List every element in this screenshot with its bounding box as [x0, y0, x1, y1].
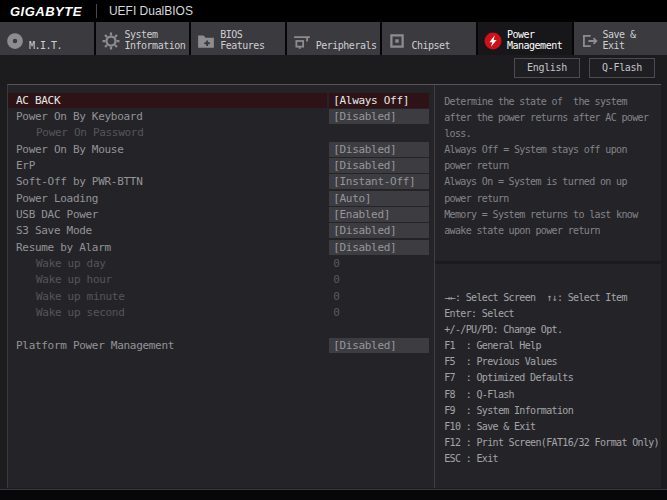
setting-label: Power Loading — [8, 191, 327, 206]
setting-value[interactable]: [Always Off] — [329, 93, 429, 108]
setting-row-s3-save-mode[interactable]: S3 Save Mode[Disabled] — [8, 223, 429, 239]
content-area: AC BACK[Always Off]Power On By Keyboard[… — [7, 84, 661, 488]
setting-label: Power On By Mouse — [8, 142, 327, 157]
tab-label: BIOS Features — [220, 29, 281, 51]
setting-row-resume-by-alarm[interactable]: Resume by Alarm[Disabled] — [8, 239, 429, 255]
keyhelp-line: F9 : System Information — [444, 403, 659, 419]
tab-power-management[interactable]: Power Management — [478, 22, 572, 55]
setting-label: Power On By Keyboard — [8, 109, 327, 124]
setting-value[interactable]: [Disabled] — [329, 142, 429, 157]
settings-panel: AC BACK[Always Off]Power On By Keyboard[… — [8, 85, 429, 488]
help-line: loss. — [444, 126, 657, 142]
setting-value[interactable]: [Disabled] — [329, 158, 429, 173]
title-bar: GIGABYTE UEFI DualBIOS — [0, 0, 667, 22]
help-line: Memory = System returns to last know — [444, 207, 657, 223]
bios-screen: GIGABYTE UEFI DualBIOS M.I.T.System Info… — [0, 0, 667, 500]
tab-label: Save & Exit — [603, 29, 664, 51]
keyhelp-line: F10 : Save & Exit — [444, 419, 659, 435]
setting-label: Platform Power Management — [8, 338, 327, 353]
keyhelp-line: ESC : Exit — [444, 451, 659, 467]
setting-value: 0 — [329, 289, 429, 304]
setting-row-wake-up-second: Wake up second0 — [8, 304, 429, 320]
setting-value: 0 — [329, 305, 429, 320]
keyhelp-line: F7 : Optimized Defaults — [444, 370, 659, 386]
power-icon — [484, 32, 502, 50]
setting-value[interactable]: [Disabled] — [329, 109, 429, 124]
setting-row-power-on-by-mouse[interactable]: Power On By Mouse[Disabled] — [8, 141, 429, 157]
tab-label: M.I.T. — [29, 40, 62, 51]
setting-label: S3 Save Mode — [8, 223, 327, 238]
setting-label: Wake up second — [8, 305, 327, 320]
keyhelp-line: F5 : Previous Values — [444, 354, 659, 370]
setting-value[interactable]: [Disabled] — [329, 223, 429, 238]
setting-label: Wake up day — [8, 256, 327, 271]
firmware-title: UEFI DualBIOS — [97, 4, 193, 18]
bottom-strip — [0, 489, 667, 500]
setting-label: Resume by Alarm — [8, 240, 327, 255]
help-line: awake state upon power return — [444, 223, 657, 239]
setting-value[interactable]: [Auto] — [329, 191, 429, 206]
key-help-panel: →←: Select Screen ↑↓: Select ItemEnter: … — [435, 264, 661, 488]
gigabyte-logo: GIGABYTE — [0, 4, 96, 19]
keyhelp-line: F12 : Print Screen(FAT16/32 Format Only) — [444, 435, 659, 451]
keyhelp-line: F1 : General Help — [444, 338, 659, 354]
item-help-panel: Determine the state of the systemafter t… — [435, 85, 661, 264]
tab-label: Power Management — [507, 29, 568, 51]
keyhelp-line: +/-/PU/PD: Change Opt. — [444, 322, 659, 338]
tab-label: Chipset — [411, 40, 450, 51]
setting-row-power-on-password: Power On Password — [8, 125, 429, 141]
chipset-icon — [388, 32, 406, 50]
setting-row-platform-power-management[interactable]: Platform Power Management[Disabled] — [8, 337, 429, 353]
setting-value[interactable]: [Disabled] — [329, 338, 429, 353]
help-line: after the power returns after AC power — [444, 110, 657, 126]
exit-icon — [580, 32, 598, 50]
keyhelp-line: F8 : Q-Flash — [444, 387, 659, 403]
side-panel: Determine the state of the systemafter t… — [434, 85, 661, 488]
language-button[interactable]: English — [514, 58, 580, 78]
tab-system-information[interactable]: System Information — [96, 22, 190, 55]
setting-value[interactable]: [Disabled] — [329, 240, 429, 255]
keyhelp-line: →←: Select Screen ↑↓: Select Item — [444, 290, 659, 306]
help-line: Determine the state of the system — [444, 94, 657, 110]
toolbar: English Q-Flash — [514, 58, 655, 78]
setting-row-wake-up-day: Wake up day0 — [8, 255, 429, 271]
setting-label: Wake up minute — [8, 289, 327, 304]
keyhelp-line: Enter: Select — [444, 306, 659, 322]
setting-row-wake-up-hour: Wake up hour0 — [8, 272, 429, 288]
help-line: power return — [444, 158, 657, 174]
qflash-button[interactable]: Q-Flash — [589, 58, 655, 78]
setting-row-usb-dac-power[interactable]: USB DAC Power[Enabled] — [8, 206, 429, 222]
setting-row-erp[interactable]: ErP[Disabled] — [8, 157, 429, 173]
setting-label: Power On Password — [8, 125, 429, 140]
setting-label: ErP — [8, 158, 327, 173]
setting-row-wake-up-minute: Wake up minute0 — [8, 288, 429, 304]
setting-row-power-on-by-keyboard[interactable]: Power On By Keyboard[Disabled] — [8, 108, 429, 124]
setting-label: AC BACK — [8, 93, 327, 108]
setting-row-soft-off-by-pwr-bttn[interactable]: Soft-Off by PWR-BTTN[Instant-Off] — [8, 174, 429, 190]
gear-icon — [102, 32, 120, 50]
disc-icon — [6, 32, 24, 50]
tab-chipset[interactable]: Chipset — [382, 22, 476, 55]
setting-label: Soft-Off by PWR-BTTN — [8, 174, 327, 189]
setting-row-ac-back[interactable]: AC BACK[Always Off] — [8, 92, 429, 108]
setting-row-power-loading[interactable]: Power Loading[Auto] — [8, 190, 429, 206]
tab-m-i-t[interactable]: M.I.T. — [0, 22, 94, 55]
setting-value[interactable]: [Instant-Off] — [329, 174, 429, 189]
help-line: power return — [444, 191, 657, 207]
help-line: Always Off = System stays off upon — [444, 142, 657, 158]
tab-label: Peripherals — [316, 40, 377, 51]
peripherals-icon — [293, 32, 311, 50]
setting-label: USB DAC Power — [8, 207, 327, 222]
help-line: Always On = System is turned on up — [444, 174, 657, 190]
setting-value: 0 — [329, 256, 429, 271]
folder-plus-icon — [197, 32, 215, 50]
setting-label: Wake up hour — [8, 272, 327, 287]
tab-bios-features[interactable]: BIOS Features — [191, 22, 285, 55]
tab-peripherals[interactable]: Peripherals — [287, 22, 381, 55]
setting-value[interactable]: [Enabled] — [329, 207, 429, 222]
setting-value: 0 — [329, 272, 429, 287]
tab-label: System Information — [125, 29, 186, 51]
tab-save-exit[interactable]: Save & Exit — [574, 22, 667, 55]
tab-bar: M.I.T.System InformationBIOS FeaturesPer… — [0, 22, 667, 55]
